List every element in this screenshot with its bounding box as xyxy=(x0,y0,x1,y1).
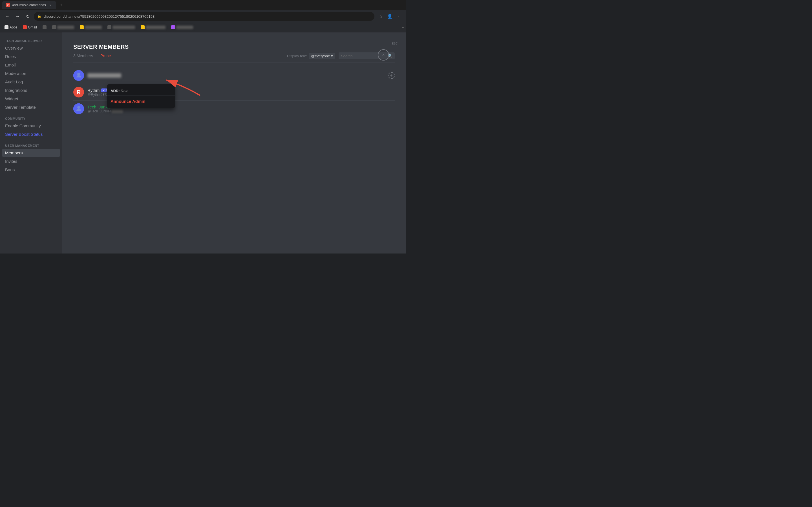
bookmark-apps-label: Apps xyxy=(10,25,17,29)
bookmark-3[interactable] xyxy=(40,25,49,30)
sidebar-audit-log-label: Audit Log xyxy=(5,79,23,84)
sidebar-item-emoji[interactable]: Emoji xyxy=(2,61,60,69)
member-name-1 xyxy=(87,73,385,78)
sidebar-item-widget[interactable]: Widget xyxy=(2,95,60,103)
sidebar-bans-label: Bans xyxy=(5,167,15,172)
address-bar[interactable]: 🔒 discord.com/channels/75518020560932051… xyxy=(34,12,374,21)
close-button-container: × ESC xyxy=(392,41,398,45)
page-title: SERVER MEMBERS xyxy=(73,44,395,50)
sidebar-item-server-template[interactable]: Server Template xyxy=(2,103,60,111)
role-search-input[interactable] xyxy=(121,89,168,93)
tab-favicon: # xyxy=(6,3,10,7)
sidebar-members-label: Members xyxy=(5,151,23,155)
gmail-favicon xyxy=(23,25,27,29)
main-content: × ESC SERVER MEMBERS 3 Members — Prune D… xyxy=(62,33,406,253)
sidebar-item-members[interactable]: Members xyxy=(2,149,60,157)
server-section-label: TECH JUNKIE SERVER xyxy=(2,37,60,44)
sidebar-item-overview[interactable]: Overview xyxy=(2,44,60,52)
member-avatar-rythm: R xyxy=(73,87,84,98)
bookmark3-favicon xyxy=(43,25,47,29)
role-select-dropdown[interactable]: @everyone ▾ xyxy=(309,53,335,59)
sidebar-enable-community-label: Enable Community xyxy=(5,123,41,128)
bookmark6-favicon xyxy=(107,25,111,29)
apps-favicon: ⊞ xyxy=(4,25,8,29)
member-avatar-1 xyxy=(73,70,84,81)
sidebar-server-boost-status-label: Server Boost Status xyxy=(5,132,43,136)
members-header: 3 Members — Prune Display role: @everyon… xyxy=(73,52,395,63)
bookmark5-text xyxy=(85,25,102,29)
sidebar-server-template-label: Server Template xyxy=(5,105,36,110)
sidebar-emoji-label: Emoji xyxy=(5,62,16,67)
lock-icon: 🔒 xyxy=(37,14,42,18)
chevron-down-icon: ▾ xyxy=(331,54,333,58)
sidebar-roles-label: Roles xyxy=(5,54,16,59)
user-management-section-label: USER MANAGEMENT xyxy=(2,142,60,149)
member-avatar-techjunkie xyxy=(73,103,84,114)
member-row-1: + ADD: Announce Admin xyxy=(73,67,395,84)
sidebar-item-bans[interactable]: Bans xyxy=(2,166,60,174)
bookmark7-favicon xyxy=(141,25,145,29)
community-section-label: COMMUNITY xyxy=(2,115,60,121)
bookmark4-text xyxy=(57,25,74,29)
sidebar-widget-label: Widget xyxy=(5,96,18,101)
sidebar-item-enable-community[interactable]: Enable Community xyxy=(2,122,60,130)
url-text: discord.com/channels/755180205609320512/… xyxy=(44,14,154,18)
forward-button[interactable]: → xyxy=(13,12,21,20)
bookmark-6[interactable] xyxy=(105,25,137,30)
browser-tabs: # #for-music-commands × + xyxy=(0,0,406,10)
esc-label: ESC xyxy=(392,42,398,45)
star-button[interactable]: ☆ xyxy=(377,12,385,20)
members-count: 3 Members — Prune xyxy=(73,54,111,58)
bookmark-8[interactable] xyxy=(169,25,195,30)
sidebar-item-roles[interactable]: Roles xyxy=(2,52,60,61)
bookmark-more-button[interactable]: » xyxy=(402,25,404,29)
member-tag-techjunkie: @Tech_Junkie# xyxy=(87,109,395,113)
sidebar-item-integrations[interactable]: Integrations xyxy=(2,86,60,94)
bookmark-gmail-label: Gmail xyxy=(28,25,37,29)
sidebar-moderation-label: Moderation xyxy=(5,71,26,76)
prune-link[interactable]: Prune xyxy=(100,54,111,58)
sidebar-item-server-boost-status[interactable]: Server Boost Status xyxy=(2,130,60,138)
bookmark-5[interactable] xyxy=(78,25,104,30)
settings-sidebar: TECH JUNKIE SERVER Overview Roles Emoji … xyxy=(0,33,62,253)
display-role-selector: Display role: @everyone ▾ xyxy=(287,53,335,59)
bot-check-icon: ✓ xyxy=(103,89,105,92)
bookmark8-favicon xyxy=(171,25,175,29)
new-tab-button[interactable]: + xyxy=(57,1,65,9)
sidebar-item-moderation[interactable]: Moderation xyxy=(2,69,60,77)
bookmark4-favicon xyxy=(52,25,56,29)
bookmark6-text xyxy=(112,25,135,29)
role-dropdown: ADD: Announce Admin xyxy=(107,84,175,108)
add-role-button[interactable]: + xyxy=(388,72,395,79)
sidebar-item-invites[interactable]: Invites xyxy=(2,157,60,165)
bookmark-4[interactable] xyxy=(50,25,77,30)
sidebar-item-audit-log[interactable]: Audit Log xyxy=(2,78,60,86)
reload-button[interactable]: ↻ xyxy=(24,12,32,20)
back-button[interactable]: ← xyxy=(3,12,11,20)
browser-toolbar: ← → ↻ 🔒 discord.com/channels/75518020560… xyxy=(0,10,406,22)
role-option-announce-admin[interactable]: Announce Admin xyxy=(107,97,175,106)
bookmark-apps[interactable]: ⊞ Apps xyxy=(2,25,19,30)
bookmarks-bar: ⊞ Apps Gmail » xyxy=(0,22,406,32)
profile-button[interactable]: 👤 xyxy=(386,12,394,20)
svg-point-4 xyxy=(77,106,80,109)
discord-main: TECH JUNKIE SERVER Overview Roles Emoji … xyxy=(0,33,406,253)
bookmark8-text xyxy=(176,25,193,29)
sidebar-invites-label: Invites xyxy=(5,159,17,164)
tab-close-button[interactable]: × xyxy=(48,3,53,7)
tab-title: #for-music-commands xyxy=(12,3,46,7)
bookmark7-text xyxy=(146,25,165,29)
bookmark5-favicon xyxy=(80,25,84,29)
menu-button[interactable]: ⋮ xyxy=(395,12,403,20)
sidebar-overview-label: Overview xyxy=(5,46,23,50)
bookmark-gmail[interactable]: Gmail xyxy=(20,25,39,30)
svg-point-1 xyxy=(77,73,80,75)
role-dropdown-header: ADD: xyxy=(107,87,175,96)
toolbar-actions: ☆ 👤 ⋮ xyxy=(377,12,403,20)
bookmark-7[interactable] xyxy=(139,25,168,30)
member-info-1 xyxy=(87,73,385,78)
browser-frame: # #for-music-commands × + ← → ↻ 🔒 discor… xyxy=(0,0,406,33)
close-button[interactable]: × xyxy=(378,49,389,61)
display-role-label: Display role: xyxy=(287,54,307,58)
browser-tab-active[interactable]: # #for-music-commands × xyxy=(2,1,56,9)
